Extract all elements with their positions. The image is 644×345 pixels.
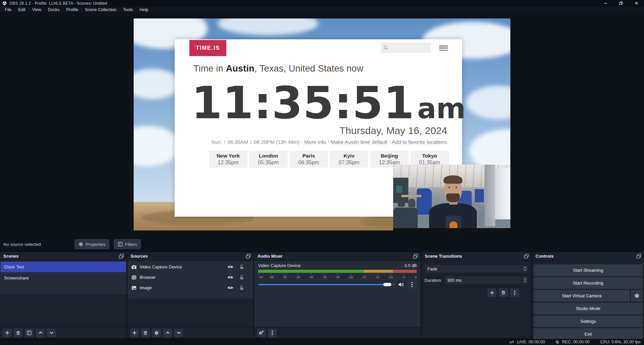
volume-slider-handle[interactable] xyxy=(383,283,391,286)
virtual-camera-settings-button[interactable] xyxy=(631,290,643,302)
source-status-label: No source selected xyxy=(3,242,75,247)
scene-transitions-panel: Scene Transitions Fade Duration xyxy=(421,252,532,338)
filters-label: Filters xyxy=(125,242,137,247)
mixer-channel-menu-button[interactable] xyxy=(407,281,417,289)
speaker-icon[interactable] xyxy=(398,282,404,287)
search-box xyxy=(381,43,431,53)
scene-filters-button[interactable] xyxy=(25,329,34,337)
db-tick: 0 xyxy=(415,275,417,279)
shirt-graphic xyxy=(450,221,457,228)
city-time: 05:35pm xyxy=(249,160,288,166)
window-controls xyxy=(598,0,644,6)
start-virtual-camera-button[interactable]: Start Virtual Camera xyxy=(534,290,630,302)
duration-value: 300 ms xyxy=(445,278,521,283)
popout-icon[interactable] xyxy=(246,254,251,259)
menu-docks[interactable]: Docks xyxy=(45,7,63,13)
source-label: Image xyxy=(140,285,227,290)
minimize-button[interactable] xyxy=(598,0,613,6)
source-toolbar: No source selected Properties Filters xyxy=(0,237,644,251)
properties-button[interactable]: Properties xyxy=(75,239,109,249)
city-name: London xyxy=(249,153,288,159)
transition-menu-button[interactable] xyxy=(510,288,519,297)
transition-select-arrows[interactable] xyxy=(521,265,528,273)
add-transition-button[interactable] xyxy=(488,288,496,297)
city-name: Beijing xyxy=(370,153,409,159)
popout-icon[interactable] xyxy=(119,254,124,259)
restore-button[interactable] xyxy=(613,0,629,6)
move-scene-down-button[interactable] xyxy=(47,329,56,337)
sources-header: Sources xyxy=(127,252,254,261)
search-icon xyxy=(383,45,388,50)
popout-icon[interactable] xyxy=(636,254,641,259)
video-preview-canvas[interactable]: TIME.IS Time in Austin, Texas, United St… xyxy=(134,18,510,230)
menu-file[interactable]: File xyxy=(1,7,15,13)
visibility-eye-icon[interactable] xyxy=(227,265,233,269)
office-table xyxy=(401,195,421,197)
menu-tools[interactable]: Tools xyxy=(120,7,136,13)
transitions-title: Scene Transitions xyxy=(425,254,462,259)
visibility-eye-icon[interactable] xyxy=(227,275,233,279)
scene-item-screenshare[interactable]: Screenshare xyxy=(1,273,126,283)
lock-open-icon[interactable] xyxy=(239,275,244,280)
stream-inactive-icon xyxy=(509,340,515,344)
move-scene-up-button[interactable] xyxy=(36,329,45,337)
start-streaming-button[interactable]: Start Streaming xyxy=(534,264,643,276)
transition-select[interactable]: Fade xyxy=(424,264,528,273)
rec-status: REC: 00:00:00 xyxy=(555,340,590,344)
gear-icon xyxy=(154,331,159,335)
start-recording-button[interactable]: Start Recording xyxy=(534,277,643,289)
duration-spin-arrows[interactable] xyxy=(521,276,528,284)
visibility-eye-icon[interactable] xyxy=(227,286,233,290)
settings-button[interactable]: Settings xyxy=(534,315,643,327)
db-tick: -10 xyxy=(388,275,393,279)
menu-help[interactable]: Help xyxy=(136,7,152,13)
window-title: OBS 29.1.2 - Profile: LLHLS BETA - Scene… xyxy=(9,1,598,6)
city-tile: Kyiv07:35pm xyxy=(330,151,368,168)
menu-edit[interactable]: Edit xyxy=(15,7,29,13)
popout-icon[interactable] xyxy=(524,254,529,259)
clock-ampm: am xyxy=(417,92,466,125)
sources-panel: Sources Video Capture Device xyxy=(127,252,254,338)
source-item-video-capture[interactable]: Video Capture Device xyxy=(127,262,254,271)
add-favorite-link: Add to favorite locations xyxy=(392,139,447,145)
mixer-db-value: 0.0 dB xyxy=(405,263,417,268)
trash-icon xyxy=(501,290,506,295)
studio-mode-button[interactable]: Studio Mode xyxy=(534,303,643,314)
menu-profile[interactable]: Profile xyxy=(63,7,81,13)
chevron-up-icon xyxy=(166,331,170,335)
mixer-menu-button[interactable] xyxy=(268,329,277,337)
duration-spinbox[interactable]: 300 ms xyxy=(444,276,528,285)
move-source-up-button[interactable] xyxy=(163,329,172,337)
move-source-down-button[interactable] xyxy=(174,329,183,337)
lock-open-icon[interactable] xyxy=(239,285,244,290)
filter-icon xyxy=(27,331,32,335)
volume-slider[interactable] xyxy=(258,281,395,288)
exit-button[interactable]: Exit xyxy=(534,328,643,340)
close-button[interactable] xyxy=(629,0,644,6)
remove-transition-button[interactable] xyxy=(499,288,508,297)
advanced-audio-button[interactable] xyxy=(257,329,266,337)
current-date: Thursday, May 16, 2024 xyxy=(339,125,447,136)
cloud-shape xyxy=(218,18,318,35)
add-source-button[interactable] xyxy=(130,329,139,337)
sources-list: Video Capture Device Browser xyxy=(127,261,254,299)
source-item-browser[interactable]: Browser xyxy=(127,273,254,282)
sun-info-line: Sun: ↑ 06:35AM ↓ 08:20PM (13h 46m) - Mor… xyxy=(211,139,447,145)
remove-scene-button[interactable] xyxy=(14,329,22,337)
db-tick: -15 xyxy=(375,275,379,279)
add-scene-button[interactable] xyxy=(3,329,11,337)
menu-scene-collection[interactable]: Scene Collection xyxy=(82,7,120,13)
source-properties-button[interactable] xyxy=(152,329,161,337)
scenes-header: Scenes xyxy=(0,252,127,261)
popout-icon[interactable] xyxy=(413,254,418,259)
menu-view[interactable]: View xyxy=(29,7,45,13)
scene-item-clock-test[interactable]: Clock Test xyxy=(1,262,126,272)
scenes-body: Clock Test Screenshare xyxy=(0,261,127,327)
remove-source-button[interactable] xyxy=(141,329,150,337)
lock-open-icon[interactable] xyxy=(239,264,244,269)
person-beard xyxy=(446,193,460,203)
city-name: Tokyo xyxy=(410,153,449,159)
filters-button[interactable]: Filters xyxy=(114,239,141,249)
source-item-image[interactable]: Image xyxy=(127,283,254,292)
controls-body: Start Streaming Start Recording Start Vi… xyxy=(532,261,644,327)
